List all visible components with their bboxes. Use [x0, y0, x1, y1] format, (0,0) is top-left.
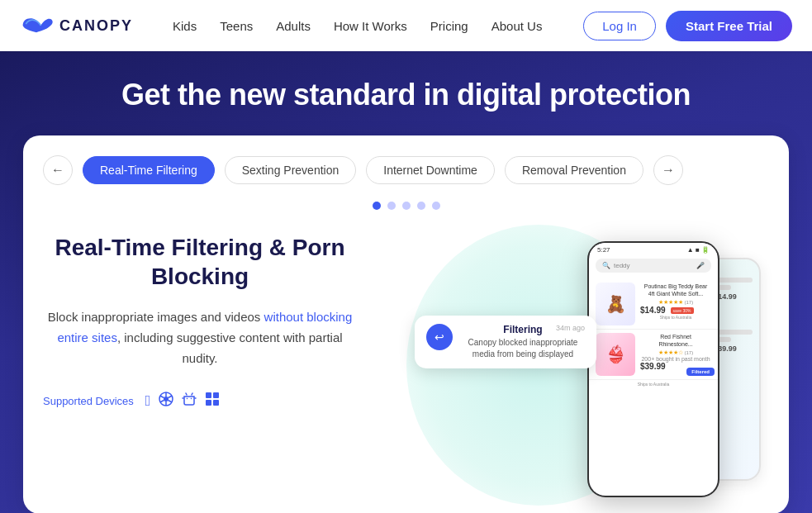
tab-prev-arrow[interactable]: ←: [43, 155, 73, 185]
card-text: Real-Time Filtering & Porn Blocking Bloc…: [43, 233, 357, 437]
hero-section: Get the new standard in digital protecti…: [0, 51, 812, 513]
windows-icon: [205, 392, 220, 411]
svg-line-5: [169, 401, 173, 403]
product-2-views: 200+ bought in past month: [640, 356, 711, 362]
phone-search-icon: 🔍: [602, 262, 610, 269]
card-description: Block inappropriate images and videos wi…: [43, 307, 357, 368]
product-2-stars: ★★★★☆ (17): [640, 349, 711, 356]
phone-search-text: teddy: [614, 262, 630, 269]
phone-mockup: 5:27 ▲ ■ 🔋 🔍 teddy 🎤 🧸: [587, 241, 719, 497]
dot-4[interactable]: [417, 202, 425, 210]
product-1-shipping: Ships to Australia: [640, 315, 711, 320]
phone-screen: 5:27 ▲ ■ 🔋 🔍 teddy 🎤 🧸: [589, 243, 718, 496]
card-visual: $14.99 $39.99: [390, 233, 769, 513]
card-title: Real-Time Filtering & Porn Blocking: [43, 233, 357, 291]
phone-search-bar: 🔍 teddy 🎤: [596, 259, 711, 273]
product-1-stars: ★★★★★ (17): [640, 299, 711, 306]
card-content: Real-Time Filtering & Porn Blocking Bloc…: [43, 233, 769, 513]
phone-product-2: 👙 Red FishnetRhinestone... ★★★★☆ (17) 20…: [589, 330, 718, 380]
feature-tabs: ← Real-Time Filtering Sexting Prevention…: [43, 155, 769, 185]
tab-internet-downtime[interactable]: Internet Downtime: [366, 156, 495, 184]
filtered-badge: Filtered: [686, 368, 715, 376]
svg-rect-12: [206, 400, 211, 406]
nav-adults[interactable]: Adults: [276, 19, 311, 33]
nav-links: Kids Teens Adults How It Works Pricing A…: [173, 19, 542, 33]
supported-label: Supported Devices: [43, 395, 134, 407]
logo-text: CANOPY: [59, 17, 133, 35]
svg-point-9: [191, 398, 192, 400]
logo-icon: [20, 16, 53, 36]
svg-rect-13: [213, 400, 219, 406]
hero-title: Get the new standard in digital protecti…: [0, 78, 812, 112]
phone-content: 🧸 Poutinac Big Teddy Bear4ft Giant White…: [589, 276, 718, 496]
dot-5[interactable]: [432, 202, 440, 210]
product-2-price: $39.99: [640, 362, 666, 371]
product-1-price: $14.99: [640, 306, 666, 315]
dot-3[interactable]: [402, 202, 411, 210]
start-free-trial-button[interactable]: Start Free Trial: [666, 11, 792, 41]
phone-mic-icon: 🎤: [696, 262, 705, 269]
svg-rect-11: [213, 392, 219, 398]
login-button[interactable]: Log In: [583, 12, 656, 40]
nav-pricing[interactable]: Pricing: [430, 19, 468, 33]
svg-rect-10: [206, 392, 211, 398]
android-icon: [182, 392, 197, 411]
product-1-info: Poutinac Big Teddy Bear4ft Giant White S…: [640, 283, 711, 320]
product-2-shipping: Ships to Australia: [589, 380, 718, 388]
nav-how-it-works[interactable]: How It Works: [334, 19, 407, 33]
svg-line-6: [160, 401, 164, 403]
svg-point-8: [187, 398, 188, 400]
svg-line-4: [160, 396, 164, 398]
notification-icon: ↩: [426, 324, 453, 350]
feature-card: ← Real-Time Filtering Sexting Prevention…: [23, 135, 789, 513]
tab-real-time-filtering[interactable]: Real-Time Filtering: [83, 156, 215, 184]
navbar: CANOPY Kids Teens Adults How It Works Pr…: [0, 0, 812, 51]
logo[interactable]: CANOPY: [20, 16, 133, 36]
product-2-name: Red FishnetRhinestone...: [640, 333, 711, 348]
product-1-name: Poutinac Big Teddy Bear4ft Giant White S…: [640, 283, 711, 297]
nav-kids[interactable]: Kids: [173, 19, 197, 33]
nav-actions: Log In Start Free Trial: [583, 11, 792, 41]
chrome-icon: [159, 392, 173, 411]
carousel-dots: [43, 202, 769, 210]
phone-status-bar: 5:27 ▲ ■ 🔋: [589, 243, 718, 255]
notification-subtitle: Canopy blocked inappropriate media from …: [461, 337, 585, 360]
phone-time: 5:27: [597, 246, 610, 254]
product-2-image: 👙: [596, 333, 635, 376]
svg-point-1: [164, 397, 169, 401]
tab-sexting-prevention[interactable]: Sexting Prevention: [225, 156, 357, 184]
desc-prefix: Block inappropriate images and videos: [48, 310, 264, 324]
svg-line-7: [169, 396, 173, 398]
supported-devices: Supported Devices : [43, 392, 357, 411]
phone-product-1: 🧸 Poutinac Big Teddy Bear4ft Giant White…: [589, 279, 718, 330]
notification-card: ↩ Filtering Canopy blocked inappropriate…: [415, 316, 596, 368]
device-icons: : [145, 392, 221, 411]
apple-icon: : [145, 392, 151, 410]
product-1-sale: save 30%: [671, 307, 694, 314]
product-1-image: 🧸: [596, 283, 635, 325]
tab-removal-prevention[interactable]: Removal Prevention: [505, 156, 643, 184]
nav-teens[interactable]: Teens: [220, 19, 253, 33]
phone-signal: ▲ ■ 🔋: [687, 246, 710, 254]
notification-time: 34m ago: [556, 324, 585, 332]
product-2-info: Red FishnetRhinestone... ★★★★☆ (17) 200+…: [640, 333, 711, 371]
canopy-logo-small: ↩: [434, 330, 444, 344]
nav-about-us[interactable]: About Us: [491, 19, 543, 33]
dot-2[interactable]: [387, 202, 396, 210]
desc-suffix: , including suggestive content with part…: [117, 330, 343, 365]
dot-1[interactable]: [373, 202, 381, 210]
tab-next-arrow[interactable]: →: [653, 155, 683, 185]
